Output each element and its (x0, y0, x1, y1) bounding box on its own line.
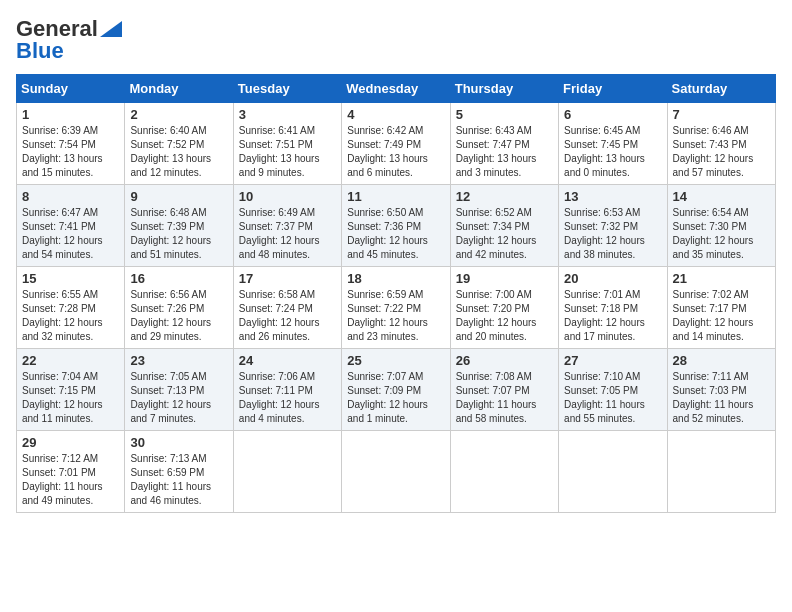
col-thursday: Thursday (450, 75, 558, 103)
cell-info: Sunrise: 6:59 AMSunset: 7:22 PMDaylight:… (347, 288, 444, 344)
day-number: 9 (130, 189, 227, 204)
week-row: 29Sunrise: 7:12 AMSunset: 7:01 PMDayligh… (17, 431, 776, 513)
cell-info: Sunrise: 6:48 AMSunset: 7:39 PMDaylight:… (130, 206, 227, 262)
day-number: 2 (130, 107, 227, 122)
day-number: 8 (22, 189, 119, 204)
cell-info: Sunrise: 7:11 AMSunset: 7:03 PMDaylight:… (673, 370, 770, 426)
day-number: 12 (456, 189, 553, 204)
calendar-cell (233, 431, 341, 513)
cell-info: Sunrise: 7:05 AMSunset: 7:13 PMDaylight:… (130, 370, 227, 426)
day-number: 14 (673, 189, 770, 204)
calendar-cell: 3Sunrise: 6:41 AMSunset: 7:51 PMDaylight… (233, 103, 341, 185)
cell-info: Sunrise: 7:13 AMSunset: 6:59 PMDaylight:… (130, 452, 227, 508)
day-number: 21 (673, 271, 770, 286)
cell-info: Sunrise: 6:39 AMSunset: 7:54 PMDaylight:… (22, 124, 119, 180)
week-row: 22Sunrise: 7:04 AMSunset: 7:15 PMDayligh… (17, 349, 776, 431)
calendar-cell: 27Sunrise: 7:10 AMSunset: 7:05 PMDayligh… (559, 349, 667, 431)
cell-info: Sunrise: 7:02 AMSunset: 7:17 PMDaylight:… (673, 288, 770, 344)
cell-info: Sunrise: 6:43 AMSunset: 7:47 PMDaylight:… (456, 124, 553, 180)
cell-info: Sunrise: 6:58 AMSunset: 7:24 PMDaylight:… (239, 288, 336, 344)
calendar-table: Sunday Monday Tuesday Wednesday Thursday… (16, 74, 776, 513)
calendar-cell: 26Sunrise: 7:08 AMSunset: 7:07 PMDayligh… (450, 349, 558, 431)
logo-icon (100, 21, 122, 37)
calendar-cell (559, 431, 667, 513)
day-number: 30 (130, 435, 227, 450)
calendar-cell: 11Sunrise: 6:50 AMSunset: 7:36 PMDayligh… (342, 185, 450, 267)
cell-info: Sunrise: 6:49 AMSunset: 7:37 PMDaylight:… (239, 206, 336, 262)
day-number: 28 (673, 353, 770, 368)
calendar-cell: 16Sunrise: 6:56 AMSunset: 7:26 PMDayligh… (125, 267, 233, 349)
cell-info: Sunrise: 7:06 AMSunset: 7:11 PMDaylight:… (239, 370, 336, 426)
calendar-cell: 30Sunrise: 7:13 AMSunset: 6:59 PMDayligh… (125, 431, 233, 513)
calendar-cell: 13Sunrise: 6:53 AMSunset: 7:32 PMDayligh… (559, 185, 667, 267)
cell-info: Sunrise: 7:04 AMSunset: 7:15 PMDaylight:… (22, 370, 119, 426)
logo-text-blue: Blue (16, 38, 64, 64)
week-row: 8Sunrise: 6:47 AMSunset: 7:41 PMDaylight… (17, 185, 776, 267)
cell-info: Sunrise: 6:46 AMSunset: 7:43 PMDaylight:… (673, 124, 770, 180)
day-number: 27 (564, 353, 661, 368)
day-number: 23 (130, 353, 227, 368)
calendar-cell: 8Sunrise: 6:47 AMSunset: 7:41 PMDaylight… (17, 185, 125, 267)
cell-info: Sunrise: 6:53 AMSunset: 7:32 PMDaylight:… (564, 206, 661, 262)
day-number: 5 (456, 107, 553, 122)
calendar-cell: 4Sunrise: 6:42 AMSunset: 7:49 PMDaylight… (342, 103, 450, 185)
cell-info: Sunrise: 6:55 AMSunset: 7:28 PMDaylight:… (22, 288, 119, 344)
cell-info: Sunrise: 6:56 AMSunset: 7:26 PMDaylight:… (130, 288, 227, 344)
cell-info: Sunrise: 7:12 AMSunset: 7:01 PMDaylight:… (22, 452, 119, 508)
day-number: 18 (347, 271, 444, 286)
calendar-cell: 17Sunrise: 6:58 AMSunset: 7:24 PMDayligh… (233, 267, 341, 349)
calendar-cell: 25Sunrise: 7:07 AMSunset: 7:09 PMDayligh… (342, 349, 450, 431)
svg-marker-0 (100, 21, 122, 37)
day-number: 15 (22, 271, 119, 286)
calendar-body: 1Sunrise: 6:39 AMSunset: 7:54 PMDaylight… (17, 103, 776, 513)
day-number: 20 (564, 271, 661, 286)
day-number: 6 (564, 107, 661, 122)
calendar-cell (342, 431, 450, 513)
calendar-cell: 10Sunrise: 6:49 AMSunset: 7:37 PMDayligh… (233, 185, 341, 267)
day-number: 11 (347, 189, 444, 204)
calendar-cell (450, 431, 558, 513)
cell-info: Sunrise: 6:47 AMSunset: 7:41 PMDaylight:… (22, 206, 119, 262)
day-number: 3 (239, 107, 336, 122)
calendar-cell: 24Sunrise: 7:06 AMSunset: 7:11 PMDayligh… (233, 349, 341, 431)
calendar-cell: 1Sunrise: 6:39 AMSunset: 7:54 PMDaylight… (17, 103, 125, 185)
header-row: Sunday Monday Tuesday Wednesday Thursday… (17, 75, 776, 103)
day-number: 26 (456, 353, 553, 368)
calendar-cell: 7Sunrise: 6:46 AMSunset: 7:43 PMDaylight… (667, 103, 775, 185)
calendar-cell: 2Sunrise: 6:40 AMSunset: 7:52 PMDaylight… (125, 103, 233, 185)
cell-info: Sunrise: 7:07 AMSunset: 7:09 PMDaylight:… (347, 370, 444, 426)
day-number: 1 (22, 107, 119, 122)
cell-info: Sunrise: 6:50 AMSunset: 7:36 PMDaylight:… (347, 206, 444, 262)
day-number: 19 (456, 271, 553, 286)
logo: General Blue (16, 16, 122, 64)
day-number: 29 (22, 435, 119, 450)
calendar-cell: 19Sunrise: 7:00 AMSunset: 7:20 PMDayligh… (450, 267, 558, 349)
day-number: 16 (130, 271, 227, 286)
day-number: 25 (347, 353, 444, 368)
calendar-cell: 20Sunrise: 7:01 AMSunset: 7:18 PMDayligh… (559, 267, 667, 349)
day-number: 7 (673, 107, 770, 122)
calendar-cell: 28Sunrise: 7:11 AMSunset: 7:03 PMDayligh… (667, 349, 775, 431)
calendar-cell: 23Sunrise: 7:05 AMSunset: 7:13 PMDayligh… (125, 349, 233, 431)
cell-info: Sunrise: 7:01 AMSunset: 7:18 PMDaylight:… (564, 288, 661, 344)
cell-info: Sunrise: 6:52 AMSunset: 7:34 PMDaylight:… (456, 206, 553, 262)
col-monday: Monday (125, 75, 233, 103)
cell-info: Sunrise: 6:42 AMSunset: 7:49 PMDaylight:… (347, 124, 444, 180)
day-number: 4 (347, 107, 444, 122)
day-number: 17 (239, 271, 336, 286)
calendar-cell: 21Sunrise: 7:02 AMSunset: 7:17 PMDayligh… (667, 267, 775, 349)
calendar-cell: 9Sunrise: 6:48 AMSunset: 7:39 PMDaylight… (125, 185, 233, 267)
calendar-cell: 29Sunrise: 7:12 AMSunset: 7:01 PMDayligh… (17, 431, 125, 513)
cell-info: Sunrise: 6:40 AMSunset: 7:52 PMDaylight:… (130, 124, 227, 180)
week-row: 1Sunrise: 6:39 AMSunset: 7:54 PMDaylight… (17, 103, 776, 185)
cell-info: Sunrise: 7:00 AMSunset: 7:20 PMDaylight:… (456, 288, 553, 344)
cell-info: Sunrise: 6:54 AMSunset: 7:30 PMDaylight:… (673, 206, 770, 262)
day-number: 24 (239, 353, 336, 368)
day-number: 22 (22, 353, 119, 368)
col-friday: Friday (559, 75, 667, 103)
col-sunday: Sunday (17, 75, 125, 103)
day-number: 13 (564, 189, 661, 204)
cell-info: Sunrise: 7:10 AMSunset: 7:05 PMDaylight:… (564, 370, 661, 426)
calendar-cell: 12Sunrise: 6:52 AMSunset: 7:34 PMDayligh… (450, 185, 558, 267)
calendar-cell: 18Sunrise: 6:59 AMSunset: 7:22 PMDayligh… (342, 267, 450, 349)
